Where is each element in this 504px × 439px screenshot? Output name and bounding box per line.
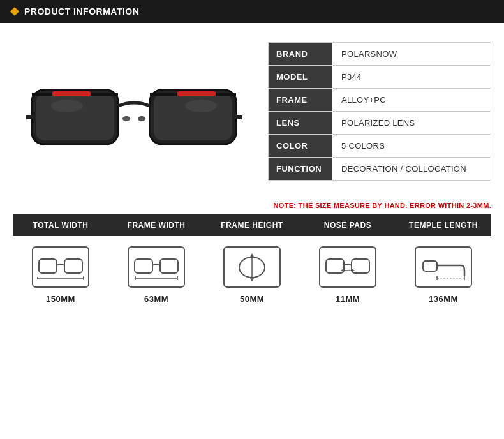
- measurements-header: TOTAL WIDTH FRAME WIDTH FRAME HEIGHT NOS…: [13, 214, 491, 236]
- nose-pads-icon: [324, 251, 371, 283]
- table-row: LENS POLARIZED LENS: [269, 112, 491, 135]
- svg-rect-18: [160, 259, 178, 273]
- label-function: FUNCTION: [269, 158, 332, 180]
- product-image: [26, 55, 242, 170]
- svg-rect-26: [326, 259, 344, 273]
- label-lens: LENS: [269, 112, 332, 134]
- measurement-frame-height: 50MM: [204, 246, 300, 304]
- header-nose-pads: NOSE PADS: [300, 221, 396, 230]
- product-info-table: BRAND POLARSNOW MODEL P344 FRAME ALLOY+P…: [268, 42, 491, 181]
- page-title: PRODUCT INFORMATION: [24, 6, 139, 17]
- value-frame: ALLOY+PC: [332, 89, 491, 111]
- label-color: COLOR: [269, 135, 332, 157]
- value-frame-height: 50MM: [240, 294, 264, 304]
- table-row: MODEL P344: [269, 66, 491, 89]
- frame-width-icon-box: [128, 246, 185, 288]
- main-content: BRAND POLARSNOW MODEL P344 FRAME ALLOY+P…: [0, 23, 504, 195]
- svg-point-11: [185, 100, 217, 112]
- header-temple-length: TEMPLE LENGTH: [396, 221, 491, 230]
- measurement-total-width: 150MM: [13, 246, 108, 304]
- value-total-width: 150MM: [46, 294, 75, 304]
- table-row: BRAND POLARSNOW: [269, 43, 491, 66]
- table-row: FUNCTION DECORATION / COLLOCATION: [269, 158, 491, 180]
- total-width-icon-box: [32, 246, 89, 288]
- svg-rect-27: [352, 259, 369, 273]
- value-frame-width: 63MM: [144, 294, 168, 304]
- svg-rect-13: [64, 259, 82, 273]
- page-header: PRODUCT INFORMATION: [0, 0, 504, 23]
- value-color: 5 COLORS: [332, 135, 491, 157]
- product-image-area: [13, 42, 255, 182]
- value-nose-pads: 11MM: [336, 294, 360, 304]
- measurements-section: NOTE: THE SIZE MEASURE BY HAND. ERROR WI…: [0, 195, 504, 322]
- svg-rect-12: [39, 259, 57, 273]
- nose-pads-icon-box: [319, 246, 376, 288]
- measurement-note: NOTE: THE SIZE MEASURE BY HAND. ERROR WI…: [13, 202, 491, 209]
- svg-point-9: [138, 116, 145, 121]
- diamond-icon: [10, 7, 19, 16]
- svg-marker-30: [352, 269, 355, 272]
- value-temple-length: 136MM: [429, 294, 458, 304]
- svg-rect-17: [135, 259, 152, 273]
- table-row: COLOR 5 COLORS: [269, 135, 491, 158]
- svg-marker-24: [250, 253, 254, 257]
- measurement-temple-length: 136MM: [396, 246, 491, 304]
- svg-rect-31: [423, 261, 437, 271]
- measurements-icons-row: 150MM 63MM: [13, 236, 491, 309]
- header-total-width: TOTAL WIDTH: [13, 221, 108, 230]
- value-function: DECORATION / COLLOCATION: [332, 158, 491, 180]
- svg-marker-29: [341, 269, 344, 272]
- measurement-frame-width: 63MM: [108, 246, 204, 304]
- svg-marker-15: [37, 276, 38, 280]
- table-row: FRAME ALLOY+PC: [269, 89, 491, 112]
- temple-length-icon: [420, 251, 467, 283]
- total-width-icon: [37, 251, 84, 283]
- label-brand: BRAND: [269, 43, 332, 65]
- svg-rect-7: [177, 91, 216, 96]
- value-brand: POLARSNOW: [332, 43, 491, 65]
- svg-rect-6: [52, 91, 91, 96]
- temple-length-icon-box: [415, 246, 472, 288]
- value-lens: POLARIZED LENS: [332, 112, 491, 134]
- svg-point-10: [51, 100, 83, 112]
- svg-marker-25: [250, 278, 254, 281]
- measurement-nose-pads: 11MM: [300, 246, 396, 304]
- frame-height-icon: [228, 251, 276, 283]
- svg-marker-16: [83, 276, 84, 280]
- frame-height-icon-box: [223, 246, 281, 288]
- header-frame-height: FRAME HEIGHT: [204, 221, 300, 230]
- label-frame: FRAME: [269, 89, 332, 111]
- label-model: MODEL: [269, 66, 332, 88]
- header-frame-width: FRAME WIDTH: [108, 221, 204, 230]
- svg-point-8: [122, 116, 130, 121]
- frame-width-icon: [133, 251, 180, 283]
- value-model: P344: [332, 66, 491, 88]
